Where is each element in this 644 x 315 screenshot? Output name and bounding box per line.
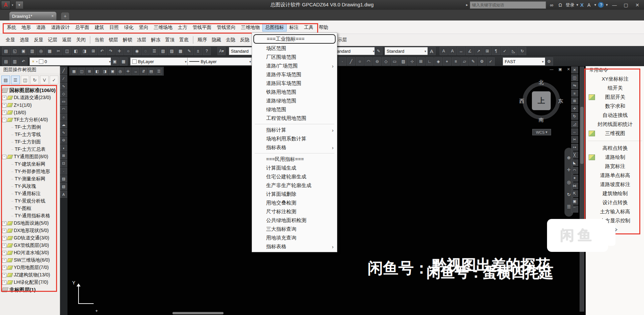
align-icon[interactable]: ⇱ (571, 190, 578, 197)
make-current-icon[interactable]: ▣ (111, 57, 119, 65)
tree-expander-icon[interactable]: − (2, 155, 6, 159)
shade-icon[interactable]: ◧ (94, 68, 101, 75)
quick-button[interactable]: 全显 (3, 37, 17, 43)
command-建筑物绘制[interactable]: 建筑物绘制 (586, 189, 644, 198)
menu-item-计算面域生成[interactable]: 计算面域生成 (252, 164, 337, 172)
menu-item-绿地范围[interactable]: 绿地范围 (252, 105, 337, 114)
tree-group[interactable]: +LH绿化配景(7/0) (2, 279, 58, 286)
menu-14[interactable]: 三维地物 (238, 24, 262, 32)
tree-leaf[interactable]: ┈TY-风玫瑰 (2, 183, 58, 190)
menu-item-厂区围墙范围[interactable]: 厂区围墙范围 (252, 53, 337, 61)
copy-icon[interactable]: ◫ (63, 47, 71, 55)
text-style-icon[interactable]: A▾ (217, 47, 226, 55)
menu-item-住宅公建轮廓生成[interactable]: 住宅公建轮廓生成 (252, 172, 337, 181)
quick-button[interactable]: 记层 (46, 37, 60, 43)
quick-button[interactable]: 去隐 (224, 37, 238, 43)
tab-drawing1[interactable]: Drawing1* × (9, 12, 56, 20)
communication-caret-icon[interactable]: ▾ (594, 3, 596, 7)
command-路宽标注[interactable]: 路宽标注 (586, 162, 644, 171)
line-icon[interactable]: ╱ (60, 67, 67, 74)
stretch-icon[interactable]: ⇔ (571, 128, 578, 135)
menu-item-用地填充查询[interactable]: 用地填充查询 (252, 233, 337, 242)
app-logo-icon[interactable]: A (1, 1, 10, 9)
menu-item-三大指标查询[interactable]: 三大指标查询 (252, 225, 337, 233)
tree-leaf[interactable]: ┈TF-土方零线 (2, 131, 58, 138)
paste-icon[interactable]: ◧ (72, 47, 80, 55)
color-combo[interactable]: ByLayer ▾ (130, 57, 189, 65)
command-高程点转换[interactable]: 高程点转换 (586, 144, 644, 153)
tree-expander-icon[interactable]: + (2, 236, 6, 240)
polyline-icon[interactable]: ∿ (60, 83, 67, 90)
command-图层开关[interactable]: 图层开关 (586, 93, 644, 102)
tree-leaf[interactable]: ┈TF-土方汇总表 (2, 146, 58, 153)
close-button[interactable]: ✕ (633, 2, 642, 8)
quick-button[interactable]: 解锁 (120, 37, 135, 43)
pan-icon[interactable]: ✛ (115, 47, 123, 55)
command-道路单点标高[interactable]: 道路单点标高 (586, 171, 644, 180)
tree-group[interactable]: +DX地形现状(5/0) (2, 227, 58, 234)
menu-item-道路绿地范围[interactable]: 道路绿地范围 (252, 96, 337, 105)
tree-expander-icon[interactable]: + (2, 280, 6, 285)
apply-icon[interactable]: ✓ (50, 76, 58, 84)
ellipse-arc-icon[interactable]: ◖ (60, 144, 67, 151)
zoom-previous-icon[interactable]: ◌ (142, 47, 150, 55)
viewcube[interactable]: 北 西 东 南 上 (521, 80, 562, 122)
v-filter-icon[interactable]: V (40, 76, 49, 84)
gradient-icon[interactable]: ▧ (60, 183, 67, 190)
spline-icon[interactable]: ∿ (60, 129, 67, 136)
minimize-button[interactable]: — (610, 2, 619, 8)
menu-15[interactable]: 总图指标 (262, 24, 287, 32)
markup-icon[interactable]: ✎ (185, 47, 193, 55)
tree-leaf[interactable]: ┈TY-通用指标表格 (2, 212, 58, 220)
plot-icon[interactable]: ▥ (28, 47, 36, 55)
publish-icon[interactable]: ▦ (46, 47, 54, 55)
ellipse-icon[interactable]: ⊖ (60, 137, 67, 144)
copy-layers-icon[interactable]: ◫ (21, 76, 30, 84)
tree-leaf[interactable]: ┈TF-土方剖面 (2, 138, 58, 146)
menu-item-工程管线用地范围[interactable]: 工程管线用地范围 (252, 114, 337, 123)
menu-item-用地交叠检测[interactable]: 用地交叠检测 (252, 198, 337, 207)
regen-icon[interactable]: ▤ (148, 68, 155, 75)
tree-group[interactable]: −TY通用图层(8/0) (2, 153, 58, 161)
quick-calc-icon[interactable]: ± (194, 47, 202, 55)
arc-tool-icon[interactable]: ◠ (364, 57, 373, 65)
extend-icon[interactable]: ↦ (571, 144, 578, 151)
quick-button[interactable]: 选显 (17, 37, 32, 43)
orbit-icon[interactable]: ↻ (567, 192, 571, 197)
layer-walk-icon[interactable]: ▦ (119, 57, 128, 65)
tree-group[interactable]: +JZ建构筑物(13/0) (2, 271, 58, 279)
layer-list-view-icon[interactable]: ☰ (11, 76, 20, 84)
break-icon[interactable]: ╳ (571, 151, 578, 159)
layer-states-icon[interactable]: ▥ (11, 57, 19, 65)
zoom-realtime-icon[interactable]: ○ (124, 47, 132, 55)
menu-item-公共绿地面积检测[interactable]: 公共绿地面积检测 (252, 216, 337, 225)
menu-item-===工业指标===[interactable]: ===工业指标=== (253, 34, 336, 44)
menu-9[interactable]: 竖向 (136, 24, 151, 32)
new-tab-button[interactable]: + (61, 12, 69, 20)
tree-root[interactable]: 国标图层标准(106/0) (2, 87, 58, 94)
layer-tree-view-icon[interactable]: ▤ (1, 76, 10, 84)
model-icon[interactable]: ▱ (460, 57, 468, 65)
menu-18[interactable]: 帮助 (316, 24, 331, 32)
rectangle-icon[interactable]: ▭ (60, 98, 67, 105)
tree-leaf[interactable]: ┈TY-图框 (2, 205, 58, 212)
rectangle-tool-icon[interactable]: ▭ (391, 57, 399, 65)
tree-expander-icon[interactable]: + (2, 258, 6, 263)
block-editor-icon[interactable]: ⊞ (89, 47, 97, 55)
clean-icon[interactable]: ✓ (487, 57, 495, 65)
tree-expander-icon[interactable]: + (2, 110, 6, 115)
spell-check-icon[interactable]: ✓ (501, 47, 509, 55)
leader-icon[interactable]: ↗ (475, 47, 483, 55)
tree-expander-icon[interactable]: + (2, 243, 6, 248)
group-icon[interactable]: ▣ (571, 198, 578, 205)
menu-item-指标表格[interactable]: 指标表格› (252, 143, 337, 152)
tree-group[interactable]: +HD河道水域(3/0) (2, 249, 58, 257)
circle-tool-icon[interactable]: ○ (356, 57, 364, 65)
mirror-icon[interactable]: ⇋ (571, 82, 578, 89)
steering-wheel-icon[interactable]: ⊕ (567, 155, 571, 160)
command-自动连接线[interactable]: 自动连接线 (586, 111, 644, 120)
grid-icon[interactable]: ⊞ (417, 57, 425, 65)
menu-11[interactable]: 土方 (175, 24, 190, 32)
help-icon[interactable]: ? (598, 2, 604, 8)
layer-combo[interactable]: ☀ ▪ 0 ▾ (30, 57, 113, 65)
